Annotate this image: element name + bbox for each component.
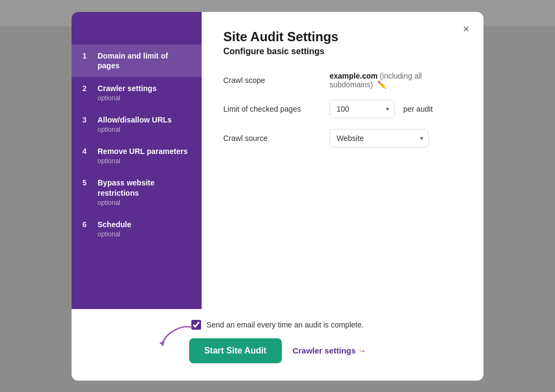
- limit-row: Limit of checked pages 100 250 500 1000 …: [223, 100, 462, 118]
- email-checkbox-row: Send an email every time an audit is com…: [191, 320, 364, 330]
- crawl-scope-label: Crawl scope: [223, 76, 321, 85]
- modal-title: Site Audit Settings: [223, 29, 462, 44]
- crawl-scope-value: example.com (including all subdomains) ✏…: [330, 72, 462, 89]
- sidebar-item-sublabel-5: optional: [98, 199, 191, 207]
- sidebar-item-label-4: Remove URL parameters: [98, 146, 188, 156]
- sidebar-item-sublabel-3: optional: [98, 126, 172, 133]
- sidebar-item-label-3: Allow/disallow URLs: [98, 115, 172, 125]
- crawl-scope-row: Crawl scope example.com (including all s…: [223, 72, 462, 89]
- crawl-source-select-wrapper: Website Sitemap Website and Sitemap ▾: [330, 129, 429, 147]
- sidebar-item-schedule[interactable]: 6 Schedule optional: [72, 213, 202, 245]
- sidebar-item-label-6: Schedule: [98, 220, 131, 229]
- start-audit-button[interactable]: Start Site Audit: [189, 338, 282, 363]
- modal-overlay: × 1 Domain and limit of pages 2 Crawler …: [0, 0, 555, 392]
- sidebar-item-content-1: Domain and limit of pages: [98, 51, 191, 70]
- sidebar-item-remove-url[interactable]: 4 Remove URL parameters optional: [72, 140, 202, 171]
- sidebar: 1 Domain and limit of pages 2 Crawler se…: [72, 12, 202, 309]
- sidebar-item-sublabel-2: optional: [98, 94, 157, 102]
- arrow-annotation: [157, 322, 200, 349]
- email-checkbox-label: Send an email every time an audit is com…: [206, 320, 364, 329]
- limit-select-wrapper: 100 250 500 1000 5000 10000 20000 50000 …: [330, 100, 395, 118]
- limit-select[interactable]: 100 250 500 1000 5000 10000 20000 50000 …: [330, 100, 395, 118]
- sidebar-item-number-3: 3: [82, 115, 91, 124]
- sidebar-item-bypass[interactable]: 5 Bypass website restrictions optional: [72, 171, 202, 213]
- sidebar-item-sublabel-6: optional: [98, 230, 131, 238]
- sidebar-item-number-5: 5: [82, 178, 91, 187]
- close-button[interactable]: ×: [457, 21, 475, 38]
- sidebar-item-number-2: 2: [82, 84, 91, 93]
- sidebar-item-content-2: Crawler settings optional: [98, 83, 157, 102]
- crawl-source-label: Crawl source: [223, 134, 321, 143]
- sidebar-item-sublabel-4: optional: [98, 157, 188, 165]
- sidebar-item-content-6: Schedule optional: [98, 220, 131, 238]
- sidebar-item-content-4: Remove URL parameters optional: [98, 146, 188, 165]
- modal: × 1 Domain and limit of pages 2 Crawler …: [72, 12, 483, 381]
- edit-icon[interactable]: ✏️: [377, 80, 386, 89]
- sidebar-item-content-3: Allow/disallow URLs optional: [98, 115, 172, 133]
- sidebar-item-number-6: 6: [82, 220, 91, 229]
- crawler-settings-link-text: Crawler settings: [293, 346, 356, 355]
- per-audit-text: per audit: [403, 105, 433, 113]
- crawl-source-row: Crawl source Website Sitemap Website and…: [223, 129, 462, 147]
- sidebar-item-number-4: 4: [82, 147, 91, 156]
- svg-marker-0: [159, 341, 165, 346]
- crawl-source-select[interactable]: Website Sitemap Website and Sitemap: [330, 129, 429, 147]
- sidebar-item-allow-disallow[interactable]: 3 Allow/disallow URLs optional: [72, 108, 202, 140]
- close-icon: ×: [463, 23, 469, 35]
- sidebar-item-label-1: Domain and limit of pages: [98, 51, 191, 70]
- crawler-settings-link[interactable]: Crawler settings →: [293, 346, 366, 355]
- modal-body: 1 Domain and limit of pages 2 Crawler se…: [72, 12, 483, 309]
- crawler-settings-arrow-icon: →: [358, 346, 366, 355]
- sidebar-item-label-2: Crawler settings: [98, 83, 157, 93]
- modal-footer: Send an email every time an audit is com…: [72, 309, 483, 381]
- sidebar-item-number-1: 1: [82, 52, 91, 60]
- modal-subtitle: Configure basic settings: [223, 47, 462, 56]
- main-content: Site Audit Settings Configure basic sett…: [202, 12, 483, 309]
- sidebar-item-label-5: Bypass website restrictions: [98, 178, 191, 197]
- sidebar-item-crawler[interactable]: 2 Crawler settings optional: [72, 77, 202, 108]
- footer-buttons: Start Site Audit Crawler settings →: [189, 338, 366, 363]
- sidebar-item-domain[interactable]: 1 Domain and limit of pages: [72, 44, 202, 77]
- limit-label: Limit of checked pages: [223, 105, 321, 113]
- sidebar-item-content-5: Bypass website restrictions optional: [98, 178, 191, 206]
